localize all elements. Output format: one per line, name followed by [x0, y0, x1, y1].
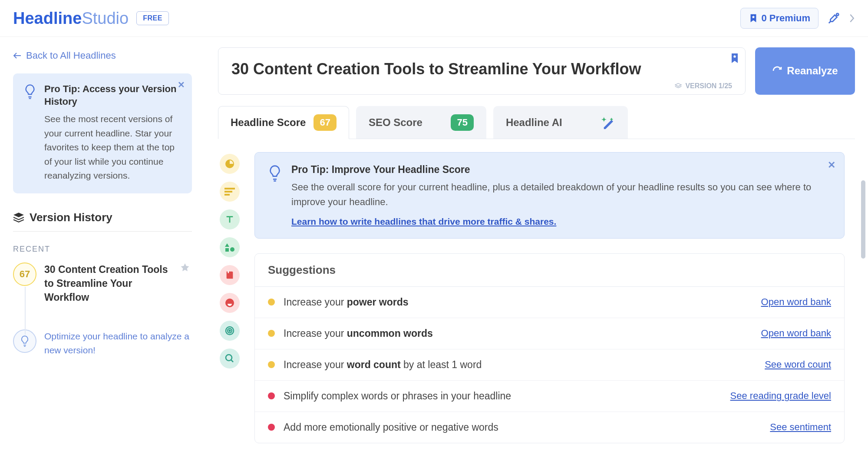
main-panel: 30 Content Creation Tools to Streamline … — [205, 37, 868, 465]
reload-icon — [772, 66, 782, 76]
tab-headline-score[interactable]: Headline Score 67 — [218, 106, 349, 139]
tab-label: Headline Score — [231, 116, 306, 129]
letter-t-icon[interactable] — [220, 209, 240, 229]
headline-text: 30 Content Creation Tools to Streamline … — [231, 59, 732, 80]
bookmark-icon[interactable] — [730, 53, 739, 63]
suggestion-link[interactable]: See sentiment — [770, 422, 831, 433]
suggestion-text: Increase your uncommon words — [284, 328, 761, 339]
layers-icon — [675, 83, 682, 89]
wand-icon — [602, 116, 615, 129]
suggestion-text: Add more emotionally positive or negativ… — [284, 422, 770, 433]
seo-score-pill: 75 — [451, 114, 473, 131]
suggestion-text: Simplify complex words or phrases in you… — [284, 390, 730, 402]
suggestions-heading: Suggestions — [255, 254, 844, 287]
suggestion-row: Increase your power wordsOpen word bank — [255, 287, 844, 318]
app-logo: HeadlineStudio — [13, 9, 129, 28]
book-icon[interactable] — [220, 265, 240, 285]
history-score-badge: 67 — [13, 262, 36, 286]
history-item[interactable]: 67 30 Content Creation Tools to Streamli… — [13, 262, 192, 305]
headline-input-card[interactable]: 30 Content Creation Tools to Streamline … — [218, 47, 746, 95]
tab-label: SEO Score — [369, 116, 422, 129]
close-icon[interactable]: ✕ — [828, 159, 835, 171]
close-icon[interactable]: ✕ — [178, 80, 185, 90]
svg-rect-6 — [228, 271, 229, 273]
severity-dot — [268, 361, 275, 368]
suggestion-row: Increase your uncommon wordsOpen word ba… — [255, 318, 844, 349]
suggestions-list: Increase your power wordsOpen word bankI… — [255, 287, 844, 443]
suggestion-text: Increase your power words — [284, 296, 761, 308]
logo-light: Studio — [82, 9, 129, 27]
main-pro-tip: Pro Tip: Improve Your Headline Score See… — [254, 152, 845, 239]
optimize-prompt-text[interactable]: Optimize your headline to analyze a new … — [44, 329, 192, 357]
optimize-prompt-row: Optimize your headline to analyze a new … — [13, 329, 192, 357]
bookmark-star-icon — [749, 13, 758, 23]
target-icon[interactable] — [220, 321, 240, 341]
main-tip-body: See the overall score for your current h… — [291, 180, 831, 209]
history-item-title: 30 Content Creation Tools to Streamline … — [44, 262, 192, 305]
svg-rect-3 — [224, 194, 230, 196]
svg-point-10 — [229, 330, 231, 331]
arrow-left-icon — [13, 52, 22, 59]
chevron-right-icon[interactable] — [849, 13, 855, 23]
chart-pie-icon[interactable] — [220, 154, 240, 174]
back-label: Back to All Headlines — [26, 50, 116, 61]
tools-icon[interactable] — [827, 12, 840, 25]
recent-label: RECENT — [13, 245, 192, 254]
svg-rect-2 — [224, 191, 232, 193]
face-icon[interactable] — [220, 293, 240, 313]
severity-dot — [268, 424, 275, 431]
version-info: VERSION 1/25 — [231, 82, 732, 90]
svg-point-0 — [836, 13, 838, 16]
metric-icon-rail — [220, 152, 242, 465]
divider — [13, 231, 192, 232]
premium-label: 0 Premium — [762, 13, 811, 24]
tab-headline-ai[interactable]: Headline AI ✦ — [493, 106, 628, 139]
shapes-icon[interactable] — [220, 237, 240, 257]
version-history-label: Version History — [30, 211, 112, 224]
timeline-line — [25, 287, 26, 335]
suggestion-link[interactable]: See reading grade level — [730, 390, 831, 402]
svg-rect-5 — [225, 248, 229, 252]
suggestion-row: Simplify complex words or phrases in you… — [255, 381, 844, 412]
tab-label: Headline AI — [506, 116, 562, 129]
severity-dot — [268, 330, 275, 337]
svg-point-11 — [226, 355, 232, 361]
plan-badge-free: FREE — [136, 11, 169, 25]
bars-icon[interactable] — [220, 182, 240, 202]
lightbulb-icon — [268, 165, 282, 227]
svg-rect-1 — [224, 188, 235, 189]
reanalyze-button[interactable]: Reanalyze — [755, 47, 855, 95]
version-history-heading: Version History — [13, 211, 192, 224]
scrollbar-thumb[interactable] — [861, 180, 865, 259]
sidebar-tip-body: See the most recent versions of your cur… — [44, 112, 182, 183]
suggestion-text: Increase your word count by at least 1 w… — [284, 359, 765, 371]
reanalyze-label: Reanalyze — [787, 65, 838, 77]
severity-dot — [268, 392, 275, 399]
logo-bold: Headline — [13, 9, 82, 27]
version-label: VERSION 1/25 — [685, 82, 732, 90]
lightbulb-icon — [23, 84, 36, 183]
main-tip-link[interactable]: Learn how to write headlines that drive … — [291, 216, 556, 227]
severity-dot — [268, 299, 275, 306]
tabs: Headline Score 67 SEO Score 75 Headline … — [218, 106, 855, 139]
suggestion-row: Add more emotionally positive or negativ… — [255, 412, 844, 443]
main-content-column: Pro Tip: Improve Your Headline Score See… — [254, 152, 853, 465]
app-header: HeadlineStudio FREE 0 Premium — [0, 0, 868, 37]
suggestion-link[interactable]: Open word bank — [761, 296, 831, 308]
sidebar: Back to All Headlines Pro Tip: Access yo… — [0, 37, 205, 465]
sidebar-tip-title: Pro Tip: Access your Version History — [44, 83, 182, 108]
headline-score-pill: 67 — [314, 114, 336, 131]
tab-seo-score[interactable]: SEO Score 75 — [356, 106, 486, 139]
sidebar-pro-tip: Pro Tip: Access your Version History See… — [13, 73, 192, 193]
main-tip-title: Pro Tip: Improve Your Headline Score — [291, 164, 831, 176]
suggestions-card: Suggestions Increase your power wordsOpe… — [254, 253, 845, 443]
star-icon[interactable] — [180, 262, 190, 273]
premium-button[interactable]: 0 Premium — [740, 8, 819, 29]
stack-icon — [13, 212, 24, 223]
suggestion-link[interactable]: Open word bank — [761, 328, 831, 339]
suggestion-row: Increase your word count by at least 1 w… — [255, 349, 844, 381]
back-link[interactable]: Back to All Headlines — [13, 50, 192, 61]
svg-point-4 — [230, 247, 234, 252]
suggestion-link[interactable]: See word count — [765, 359, 831, 370]
search-icon[interactable] — [220, 349, 240, 369]
